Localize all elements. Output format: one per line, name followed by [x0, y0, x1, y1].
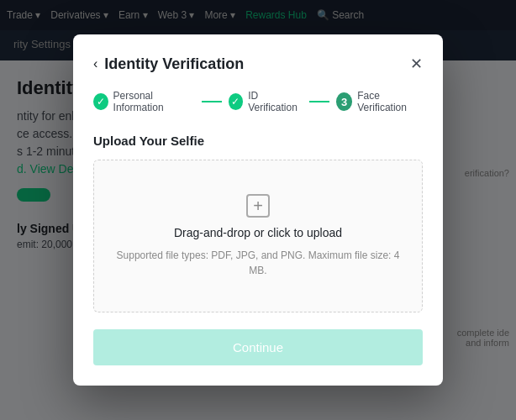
- step-line-1: [202, 101, 222, 102]
- step-1-check: ✓: [93, 93, 108, 110]
- upload-title: Upload Your Selfie: [93, 134, 423, 148]
- step-2-label: ID Verification: [248, 90, 303, 113]
- step-3-number: 3: [336, 92, 352, 111]
- continue-button[interactable]: Continue: [93, 329, 423, 365]
- plus-icon: +: [246, 194, 270, 218]
- upload-zone[interactable]: + Drag-and-drop or click to upload Suppo…: [93, 160, 423, 312]
- step-2: ✓ ID Verification: [229, 90, 303, 113]
- upload-sub-text: Supported file types: PDF, JPG, and PNG.…: [111, 248, 405, 278]
- modal-title-row: ‹ Identity Verification: [93, 55, 244, 73]
- step-3: 3 Face Verification: [336, 90, 423, 113]
- step-1-label: Personal Information: [113, 90, 195, 113]
- steps-indicator: ✓ Personal Information ✓ ID Verification…: [93, 90, 423, 113]
- identity-verification-modal: ‹ Identity Verification ✕ ✓ Personal Inf…: [73, 34, 443, 386]
- back-button[interactable]: ‹: [93, 56, 97, 71]
- upload-main-text: Drag-and-drop or click to upload: [174, 226, 342, 239]
- step-1: ✓ Personal Information: [93, 90, 195, 113]
- close-button[interactable]: ✕: [410, 55, 423, 73]
- modal-title: Identity Verification: [104, 55, 244, 73]
- modal-overlay: ‹ Identity Verification ✕ ✓ Personal Inf…: [0, 0, 516, 420]
- modal-header: ‹ Identity Verification ✕: [93, 55, 423, 73]
- step-line-2: [309, 101, 329, 102]
- step-2-check: ✓: [229, 93, 244, 110]
- step-3-label: Face Verification: [357, 90, 423, 113]
